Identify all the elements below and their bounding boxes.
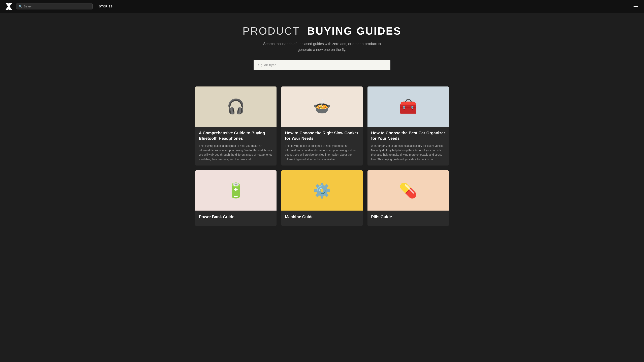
- menu-line-3: [634, 8, 638, 8]
- card-body: How to Choose the Best Car Organizer for…: [368, 127, 449, 166]
- pills-illustration: 💊: [368, 170, 449, 211]
- navbar-search-wrapper: 🔍: [16, 3, 92, 9]
- card-body: Pills Guide: [368, 211, 449, 226]
- navbar-search-input[interactable]: [24, 5, 90, 8]
- logo[interactable]: [5, 2, 13, 10]
- title-light-text: PRODUCT: [242, 25, 300, 37]
- navbar-search-container: 🔍: [16, 3, 92, 9]
- card-title: Power Bank Guide: [199, 214, 273, 220]
- card-body: How to Choose the Right Slow Cooker for …: [281, 127, 363, 166]
- card-headphones[interactable]: 🎧 A Comprehensive Guide to Buying Blueto…: [195, 86, 276, 166]
- card-car-organizer[interactable]: 🧰 How to Choose the Best Car Organizer f…: [368, 86, 449, 166]
- card-description: This buying guide is designed to help yo…: [285, 144, 359, 162]
- card-title: Machine Guide: [285, 214, 359, 220]
- card-power-bank[interactable]: 🔋 Power Bank Guide: [195, 170, 276, 226]
- hero-search-wrapper: [254, 60, 390, 70]
- card-machine[interactable]: ⚙️ Machine Guide: [281, 170, 363, 226]
- hamburger-menu-button[interactable]: [633, 4, 639, 9]
- navbar: 🔍 STORIES: [0, 0, 644, 13]
- page-title: PRODUCT BUYING GUIDES: [4, 25, 640, 37]
- card-title: How to Choose the Best Car Organizer for…: [371, 130, 445, 141]
- title-bold-text: BUYING GUIDES: [307, 25, 402, 37]
- hero-search-input[interactable]: [254, 60, 390, 70]
- search-icon: 🔍: [19, 5, 22, 8]
- cards-section: 🎧 A Comprehensive Guide to Buying Blueto…: [191, 86, 453, 226]
- bluetooth-headphones-illustration: 🎧: [195, 86, 276, 127]
- card-description: A car organizer is an essential accessor…: [371, 144, 445, 162]
- card-body: Power Bank Guide: [195, 211, 276, 226]
- slow-cooker-illustration: 🍲: [281, 86, 363, 127]
- hero-subtitle: Search thousands of unbiased guides with…: [258, 41, 386, 53]
- card-pills[interactable]: 💊 Pills Guide: [368, 170, 449, 226]
- card-title: How to Choose the Right Slow Cooker for …: [285, 130, 359, 141]
- svg-marker-0: [5, 3, 12, 10]
- card-description: This buying guide is designed to help yo…: [199, 144, 273, 162]
- card-slow-cooker[interactable]: 🍲 How to Choose the Right Slow Cooker fo…: [281, 86, 363, 166]
- card-body: A Comprehensive Guide to Buying Bluetoot…: [195, 127, 276, 166]
- cards-grid: 🎧 A Comprehensive Guide to Buying Blueto…: [195, 86, 449, 226]
- card-body: Machine Guide: [281, 211, 363, 226]
- machine-illustration: ⚙️: [281, 170, 363, 211]
- menu-line-2: [634, 6, 638, 7]
- menu-line-1: [634, 5, 638, 5]
- x-logo-icon: [5, 3, 12, 10]
- card-title: A Comprehensive Guide to Buying Bluetoot…: [199, 130, 273, 141]
- stories-nav-link[interactable]: STORIES: [99, 5, 113, 8]
- car-organizer-illustration: 🧰: [368, 86, 449, 127]
- power-bank-illustration: 🔋: [195, 170, 276, 211]
- card-title: Pills Guide: [371, 214, 445, 220]
- hero-section: PRODUCT BUYING GUIDES Search thousands o…: [0, 13, 644, 78]
